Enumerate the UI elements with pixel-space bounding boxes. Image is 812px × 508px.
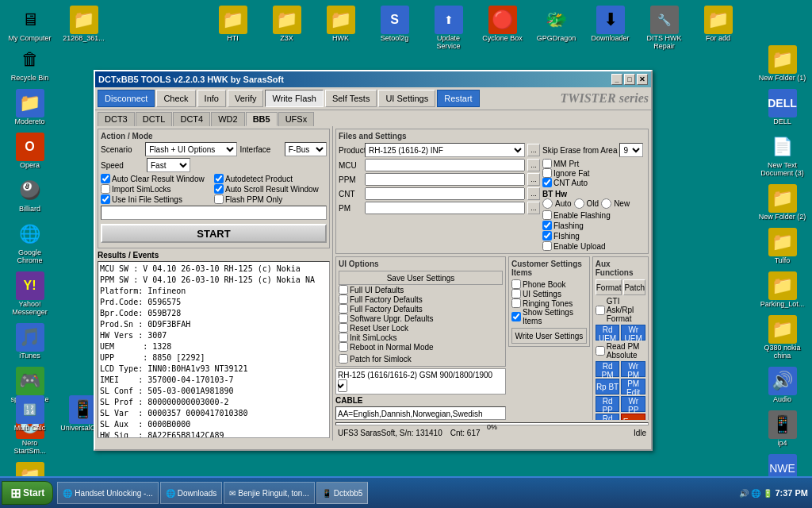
new-radio[interactable] <box>601 198 611 209</box>
desktop-icon-downloader[interactable]: ⬇ Downloader <box>584 4 636 52</box>
read-pm-cb[interactable] <box>596 346 605 356</box>
desktop-icon-modereto[interactable]: 📁 Modereto <box>4 87 56 127</box>
rd-pp-btn[interactable]: Rd PP <box>596 396 620 412</box>
desktop-icon-gpgdragon[interactable]: 🐲 GPGDragon <box>530 4 582 52</box>
check-button[interactable]: Check <box>156 90 195 107</box>
desktop-icon-hwk[interactable]: 📁 HWK <box>315 4 366 52</box>
wr-uem-btn[interactable]: Wr UEM <box>621 325 645 341</box>
checkbox-flash-ppm-input[interactable] <box>214 194 224 204</box>
reset-user-lock-cb[interactable] <box>339 323 348 333</box>
tab-dct4[interactable]: DCT4 <box>173 112 210 126</box>
desktop-icon-dell[interactable]: DELL DELL <box>756 87 808 127</box>
self-tests-button[interactable]: Self Tests <box>325 90 377 107</box>
desktop-icon-for-add[interactable]: 📁 For add <box>692 4 744 52</box>
enable-flashing-mcu-cb[interactable] <box>542 210 552 220</box>
pm-browse-btn[interactable]: ... <box>527 202 540 214</box>
checkbox-auto-scroll-input[interactable] <box>214 184 224 194</box>
mcu-input[interactable] <box>365 159 525 171</box>
restart-button[interactable]: Restart <box>437 90 479 107</box>
speed-select[interactable]: Fast <box>147 158 190 172</box>
desktop-icon-google-chrome[interactable]: 🌐 Google Chrome <box>4 218 56 266</box>
cnt-browse-btn[interactable]: ... <box>527 187 540 200</box>
tab-dct3[interactable]: DCT3 <box>98 112 135 126</box>
ui-settings-button[interactable]: UI Settings <box>378 90 435 107</box>
checkbox-import-simlocks-input[interactable] <box>101 184 110 194</box>
rd-mem-btn[interactable]: Rd MEM <box>596 414 620 420</box>
desktop-icon-q380-nokia[interactable]: 📁 Q380 nokia china <box>756 314 808 361</box>
skip-erase-select[interactable]: 9 <box>619 143 643 157</box>
start-button-taskbar[interactable]: ⊞ Start <box>2 481 53 505</box>
old-radio[interactable] <box>574 198 584 209</box>
desktop-icon-recycle-bin[interactable]: 🗑 Recycle Bin <box>4 44 56 83</box>
desktop-icon-z3x[interactable]: 📁 Z3X <box>261 4 312 52</box>
checkbox-auto-clear-input[interactable] <box>101 174 110 183</box>
phone-model-select[interactable] <box>338 379 347 392</box>
wr-pp-btn[interactable]: Wr PP <box>621 396 645 412</box>
verify-button[interactable]: Verify <box>228 90 264 107</box>
save-user-settings-btn[interactable]: Save User Settings <box>339 271 503 285</box>
patch-simlock-cb[interactable] <box>339 354 348 364</box>
scenario-select[interactable]: Flash + UI Options <box>145 142 237 156</box>
desktop-icon-new-folder-2[interactable]: 📁 New Folder (2) <box>756 183 808 222</box>
taskbar-item-handset[interactable]: 🌐 Handset Unlocking -... <box>57 482 158 504</box>
desktop-icon-parking-lot[interactable]: 📁 Parking_Lot... <box>756 270 808 310</box>
desktop-icon-new-text-document[interactable]: 📄 New Text Document (3) <box>756 131 808 179</box>
info-button[interactable]: Info <box>197 90 226 107</box>
start-button[interactable]: START <box>101 224 327 243</box>
write-flash-button[interactable]: Write Flash <box>265 90 323 107</box>
minimize-button[interactable]: _ <box>611 74 622 85</box>
desktop-icon-new-folder-1[interactable]: 📁 New Folder (1) <box>756 44 808 83</box>
enable-upload-pm-cb[interactable] <box>542 241 552 251</box>
patch-btn[interactable]: Patch <box>623 279 645 295</box>
erase-btn[interactable]: Erase <box>621 414 645 420</box>
desktop-icon-itunes[interactable]: 🎵 iTunes <box>4 321 56 361</box>
pm-edit-btn[interactable]: PM Edit <box>621 379 645 394</box>
desktop-icon-tulfo[interactable]: 📁 Tulfo <box>756 226 808 266</box>
phone-book-cb[interactable] <box>511 279 521 289</box>
maximize-button[interactable]: □ <box>624 74 635 85</box>
format-btn[interactable]: Format <box>596 279 622 295</box>
close-button[interactable]: ✕ <box>637 74 648 85</box>
ppm-browse-btn[interactable]: ... <box>527 173 540 186</box>
taskbar-item-dctxbb5[interactable]: 📱 Dctxbb5 <box>316 482 369 504</box>
pm-input[interactable] <box>365 202 525 214</box>
product-browse-btn[interactable]: ... <box>527 144 540 156</box>
mm-prt-checkbox[interactable] <box>542 159 552 168</box>
full-factory-defaults-1-cb[interactable] <box>339 294 348 304</box>
sw-upgr-defaults-cb[interactable] <box>339 314 348 323</box>
taskbar-item-benjie[interactable]: ✉ Benjie Ringuit, ton... <box>224 482 315 504</box>
full-factory-defaults-2-cb[interactable] <box>339 304 348 314</box>
show-settings-cb[interactable] <box>511 312 521 321</box>
product-select[interactable]: RH-125 (1616-2) INF <box>365 143 525 157</box>
rp-bt-btn[interactable]: Rp BT <box>596 379 620 394</box>
rd-uem-btn[interactable]: Rd UEM <box>596 325 620 341</box>
desktop-icon-nweexport[interactable]: NWE NWEExport <box>756 452 808 476</box>
checkbox-autodetect-input[interactable] <box>214 174 224 183</box>
gti-ask-cb[interactable] <box>596 306 605 315</box>
rd-pm-btn[interactable]: Rd PM <box>596 361 620 377</box>
desktop-icon-setool2g[interactable]: S Setool2g <box>369 4 420 52</box>
ppm-input[interactable] <box>365 173 525 186</box>
desktop-icon-21268[interactable]: 📁 21268_361... <box>58 4 109 52</box>
ui-settings-cb[interactable] <box>511 289 521 298</box>
tab-wd2[interactable]: WD2 <box>211 112 244 126</box>
auto-radio[interactable] <box>542 198 553 209</box>
init-simlocks-cb[interactable] <box>339 333 348 342</box>
desktop-icon-ip4[interactable]: 📱 ip4 <box>756 409 808 448</box>
enable-flashing-ppm-cb[interactable] <box>542 221 552 230</box>
desktop-icon-dits-hwk[interactable]: 🔧 DITS HWK Repair <box>638 4 690 52</box>
disconnect-button[interactable]: Disconnect <box>98 90 155 107</box>
tab-ufsx[interactable]: UFSx <box>278 112 315 126</box>
desktop-icon-audio[interactable]: 🔊 Audio <box>756 365 808 405</box>
wr-pm-btn[interactable]: Wr PM <box>621 361 645 377</box>
enable-flashing-cnt-cb[interactable] <box>542 231 552 241</box>
desktop-icon-mod[interactable]: 📁 Mod <box>4 460 56 476</box>
taskbar-item-downloads[interactable]: 🌐 Downloads <box>160 482 222 504</box>
desktop-icon-cyclone-box[interactable]: 🔴 Cyclone Box <box>477 4 528 52</box>
action-input[interactable] <box>101 206 327 220</box>
desktop-icon-multi-calc[interactable]: 🔢 Multi Calc <box>4 394 56 441</box>
ignore-fat-checkbox[interactable] <box>542 168 552 178</box>
desktop-icon-update-service[interactable]: ⬆ Update Service <box>423 4 474 52</box>
write-user-settings-btn[interactable]: Write User Settings <box>511 328 587 344</box>
desktop-icon-hti[interactable]: 📁 HTI <box>207 4 259 52</box>
